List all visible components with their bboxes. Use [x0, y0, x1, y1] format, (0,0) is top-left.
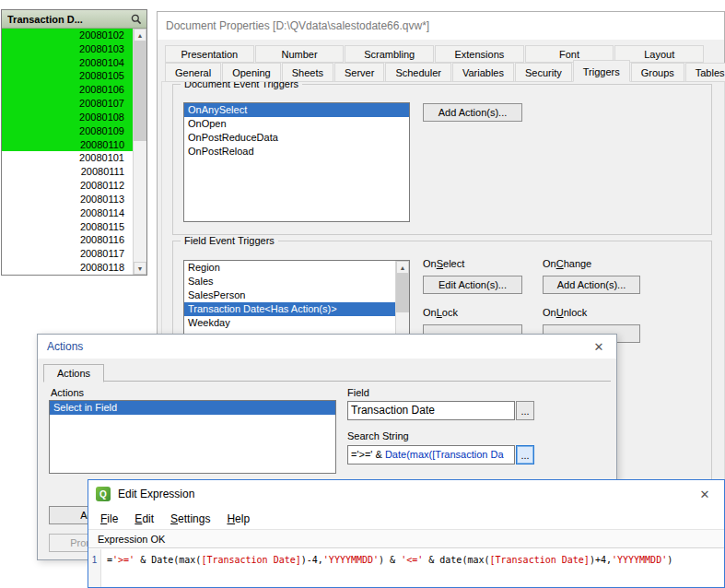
menu-edit[interactable]: Edit: [126, 512, 162, 525]
menu-help[interactable]: Help: [218, 512, 258, 525]
actions-tabstrip: Actions: [43, 363, 611, 382]
list-item[interactable]: 20080105: [2, 69, 146, 83]
tab-scrambling[interactable]: Scrambling: [345, 45, 434, 63]
tab-general[interactable]: General: [165, 63, 221, 82]
list-item[interactable]: OnAnySelect: [184, 103, 409, 117]
transaction-date-listbox: Transaction D... 20080102 20080103 20080…: [1, 9, 147, 276]
expression-line[interactable]: ='>=' & Date(max([Transaction Date])-4,'…: [107, 555, 722, 565]
list-item[interactable]: 20080117: [2, 247, 146, 261]
tab-scheduler[interactable]: Scheduler: [385, 63, 451, 82]
scrollbar-thumb[interactable]: [396, 274, 409, 312]
list-item[interactable]: Weekday: [184, 316, 409, 330]
search-string-input[interactable]: ='>=' & Date(max([Transaction Da: [347, 445, 515, 465]
field-browse-button[interactable]: ...: [516, 401, 534, 420]
expression-editor[interactable]: 1 ='>=' & Date(max([Transaction Date])-4…: [88, 549, 724, 587]
window-titlebar[interactable]: Document Properties [D:\QVdata\salestoda…: [158, 12, 724, 40]
tab-row-primary: General Opening Sheets Server Scheduler …: [165, 63, 725, 82]
list-item[interactable]: OnOpen: [184, 117, 409, 131]
on-unlock-label: OnUnlock: [543, 307, 587, 318]
scrollbar-thumb[interactable]: [134, 41, 146, 141]
status-text: Expression OK: [98, 534, 165, 545]
field-label: Field: [347, 387, 369, 398]
list-item[interactable]: 20080102: [2, 29, 146, 42]
tab-triggers[interactable]: Triggers: [573, 60, 630, 82]
on-change-label: OnChange: [543, 258, 591, 269]
list-item[interactable]: Select in Field: [50, 401, 335, 415]
list-item[interactable]: OnPostReduceData: [184, 131, 409, 145]
add-action-button-onchange[interactable]: Add Action(s)...: [543, 276, 640, 294]
edit-action-button-onselect[interactable]: Edit Action(s)...: [423, 276, 522, 294]
search-browse-button[interactable]: ...: [516, 445, 534, 465]
list-item[interactable]: 20080110: [2, 138, 146, 152]
window-title: Document Properties [D:\QVdata\salestoda…: [166, 19, 429, 32]
listbox-scrollbar[interactable]: ▲ ▼: [133, 29, 146, 275]
add-action-button-doc[interactable]: Add Action(s)...: [423, 103, 522, 122]
listbox-caption[interactable]: Transaction D...: [2, 10, 146, 29]
list-item[interactable]: 20080118: [2, 261, 146, 275]
on-lock-label: OnLock: [423, 307, 458, 318]
menu-settings[interactable]: Settings: [162, 512, 218, 525]
scroll-up-icon[interactable]: ▲: [396, 261, 409, 274]
list-item[interactable]: 20080115: [2, 220, 146, 234]
list-item[interactable]: 20080111: [2, 165, 146, 179]
line-number: 1: [92, 555, 98, 565]
dialog-titlebar[interactable]: Actions ✕: [38, 335, 616, 359]
list-item[interactable]: 20080109: [2, 124, 146, 138]
actions-list: Select in Field: [49, 400, 336, 474]
list-item[interactable]: 20080108: [2, 111, 146, 124]
search-icon[interactable]: [130, 13, 143, 26]
scroll-down-icon[interactable]: ▼: [134, 262, 146, 275]
document-event-list: OnAnySelect OnOpen OnPostReduceData OnPo…: [183, 102, 410, 222]
tab-server[interactable]: Server: [334, 63, 384, 82]
field-input[interactable]: Transaction Date: [347, 401, 515, 420]
list-item[interactable]: 20080116: [2, 233, 146, 247]
edit-expression-dialog: Q Edit Expression ✕ File Edit Settings H…: [88, 479, 725, 588]
tab-sheets[interactable]: Sheets: [282, 63, 333, 82]
tab-number[interactable]: Number: [255, 45, 345, 63]
list-item[interactable]: 20080101: [2, 151, 146, 165]
tab-actions[interactable]: Actions: [43, 364, 104, 382]
dialog-titlebar[interactable]: Q Edit Expression ✕: [88, 480, 724, 508]
list-item[interactable]: 20080107: [2, 97, 146, 111]
menu-bar: File Edit Settings Help: [88, 508, 724, 529]
listbox-title: Transaction D...: [7, 14, 130, 25]
line-number-gutter: 1: [88, 549, 101, 587]
dialog-title: Actions: [47, 340, 589, 353]
qlikview-icon: Q: [96, 487, 111, 501]
close-icon[interactable]: ✕: [695, 485, 715, 503]
list-item[interactable]: 20080104: [2, 56, 146, 70]
list-item[interactable]: 20080112: [2, 179, 146, 193]
dialog-title: Edit Expression: [118, 488, 695, 500]
list-item[interactable]: 20080114: [2, 206, 146, 220]
list-item[interactable]: Sales: [184, 275, 409, 288]
listbox-values: 20080102 20080103 20080104 20080105 2008…: [2, 29, 146, 275]
close-icon[interactable]: ✕: [589, 337, 609, 356]
tab-tables[interactable]: Tables: [685, 63, 725, 82]
menu-file[interactable]: File: [92, 512, 126, 525]
group-label: Field Event Triggers: [181, 235, 278, 246]
tab-security[interactable]: Security: [515, 63, 572, 82]
list-item[interactable]: Region: [184, 261, 409, 275]
tab-variables[interactable]: Variables: [452, 63, 514, 82]
on-select-label: OnSelect: [423, 258, 464, 269]
list-item[interactable]: 20080103: [2, 42, 146, 56]
list-item[interactable]: SalesPerson: [184, 288, 409, 302]
list-item[interactable]: 20080113: [2, 193, 146, 206]
scroll-up-icon[interactable]: ▲: [134, 29, 146, 41]
tab-extensions[interactable]: Extensions: [435, 45, 524, 63]
search-string-label: Search String: [347, 430, 409, 441]
list-item[interactable]: 20080106: [2, 83, 146, 97]
tab-groups[interactable]: Groups: [631, 63, 684, 82]
actions-list-label: Actions: [51, 387, 84, 398]
tab-presentation[interactable]: Presentation: [165, 45, 254, 63]
expression-status: Expression OK: [88, 529, 724, 548]
tab-opening[interactable]: Opening: [222, 63, 281, 82]
list-item[interactable]: OnPostReload: [184, 145, 409, 159]
list-item[interactable]: Transaction Date<Has Action(s)>: [184, 302, 409, 316]
